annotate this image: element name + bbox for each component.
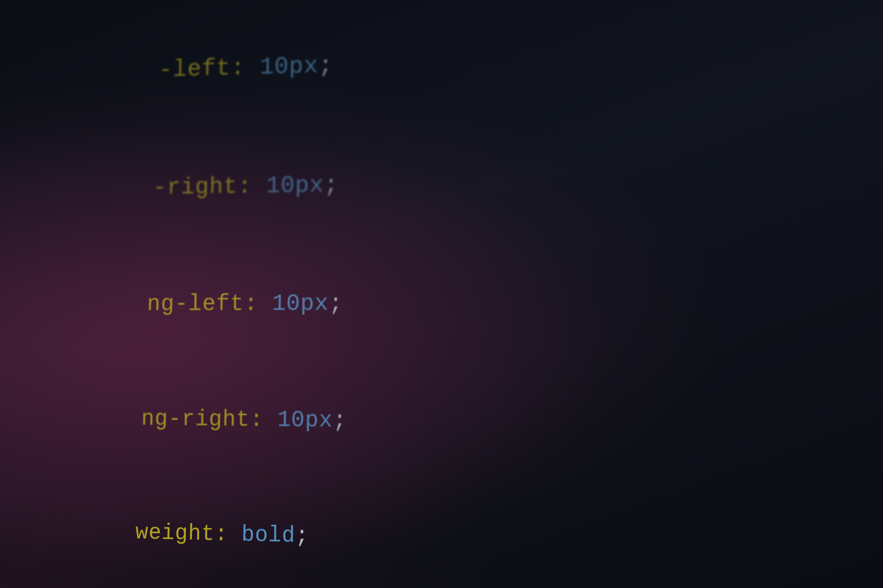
screen: -left: 10px; -right: 10px; ng-left: 10px… [0, 0, 883, 588]
code-line-5: weight: bold; [30, 476, 883, 588]
code-line-4: ng-right: 10px; [33, 363, 883, 486]
code-block: -left: 10px; -right: 10px; ng-left: 10px… [11, 0, 883, 588]
css-prop-1: -left: [158, 54, 260, 83]
css-val-1: 10px [260, 52, 319, 81]
code-line-3: ng-left: 10px; [37, 242, 882, 363]
code-line-1: -left: 10px; [44, 0, 874, 131]
code-line-2: -right: 10px; [41, 116, 878, 246]
